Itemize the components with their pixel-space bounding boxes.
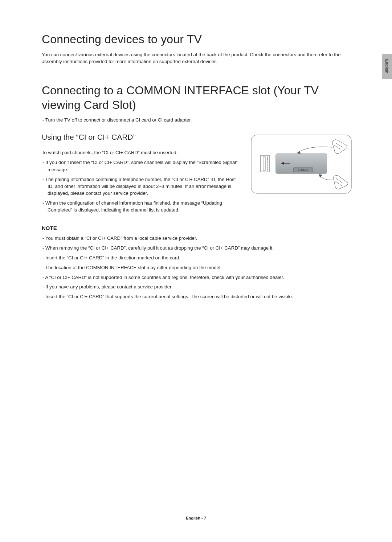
list-item: The pairing information containing a tel… xyxy=(48,176,242,197)
heading-connecting-devices: Connecting devices to your TV xyxy=(42,33,352,46)
turn-off-instruction: Turn the TV off to connect or disconnect… xyxy=(48,117,352,123)
list-item: Insert the “CI or CI+ CARD” in the direc… xyxy=(48,254,352,262)
list-item: A “CI or CI+ CARD” is not supported in s… xyxy=(48,274,352,281)
intro-paragraph: You can connect various external devices… xyxy=(42,51,352,65)
list-item: The location of the COMMON INTERFACE slo… xyxy=(48,264,352,271)
list-item: If you don’t insert the “CI or CI+ CARD”… xyxy=(48,159,242,173)
list-item: You must obtain a “CI or CI+ CARD” from … xyxy=(48,235,352,242)
hand-icon xyxy=(333,176,348,189)
svg-rect-2 xyxy=(263,157,265,171)
heading-using-ci-card: Using the “CI or CI+ CARD” xyxy=(42,133,135,143)
watch-paid-channels-text: To watch paid channels, the “CI or CI+ C… xyxy=(42,149,242,156)
page-content: Connecting devices to your TV You can co… xyxy=(0,0,392,300)
hand-icon xyxy=(332,140,347,154)
list-item: Insert the “CI or CI+ CARD” that support… xyxy=(48,293,352,300)
slot-label: COMMON INTERFACE xyxy=(267,156,269,172)
card-label: CI CARD xyxy=(298,169,309,171)
note-list: You must obtain a “CI or CI+ CARD” from … xyxy=(48,235,352,300)
heading-common-interface: Connecting to a COMMON INTERFACE slot (Y… xyxy=(42,83,352,112)
list-item: When the configuration of channel inform… xyxy=(48,200,242,213)
page-footer: English - 7 xyxy=(0,516,392,520)
using-ci-card-list: If you don’t insert the “CI or CI+ CARD”… xyxy=(48,159,242,213)
ci-card-diagram: COMMON INTERFACE CI CARD xyxy=(250,134,352,194)
list-item: When removing the “CI or CI+ CARD”, care… xyxy=(48,245,352,252)
note-heading: NOTE xyxy=(42,225,352,231)
list-item: If you have any problems, please contact… xyxy=(48,283,352,291)
